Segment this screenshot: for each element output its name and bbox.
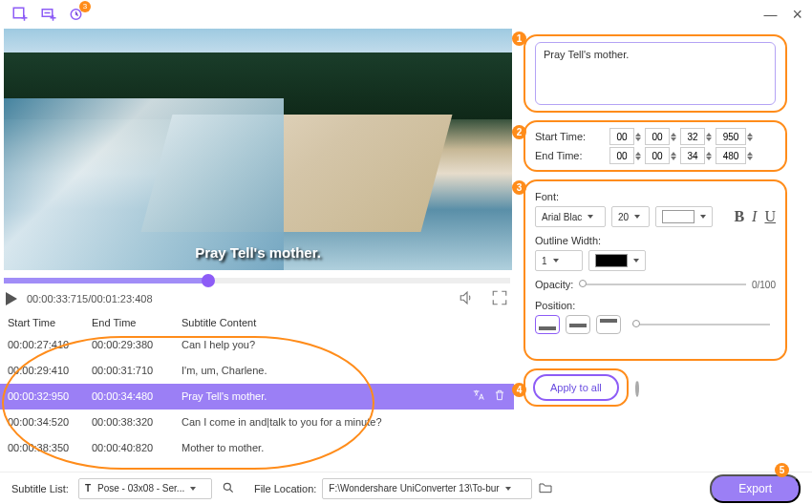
close-button[interactable]: × xyxy=(792,5,802,25)
subtitle-list-header: Start Time End Time Subtitle Content xyxy=(0,311,514,332)
row-end: 00:00:38:320 xyxy=(92,416,182,428)
bottom-bar: Subtitle List: TPose - 03x08 - Ser... Fi… xyxy=(0,472,812,504)
italic-button[interactable]: I xyxy=(752,208,757,225)
chevron-down-icon xyxy=(190,487,196,491)
end-m[interactable] xyxy=(645,147,676,164)
table-row[interactable]: 00:00:27:41000:00:29:380Can I help you? xyxy=(0,332,514,358)
start-m[interactable] xyxy=(645,128,676,145)
position-slider[interactable] xyxy=(632,324,770,326)
opacity-label: Opacity: xyxy=(535,279,573,290)
row-end: 00:00:34:480 xyxy=(92,390,182,402)
end-ms[interactable] xyxy=(716,147,753,164)
opacity-slider[interactable] xyxy=(579,284,746,285)
row-content: Pray Tell's mother. xyxy=(182,390,472,402)
chevron-down-icon xyxy=(588,215,593,219)
time-edit-group: Start Time: End Time: xyxy=(524,120,787,172)
step-badge-5: 5 xyxy=(775,463,789,477)
row-start: 00:00:29:410 xyxy=(8,365,92,376)
font-size-select[interactable]: 20 xyxy=(611,206,650,227)
chevron-down-icon xyxy=(505,487,511,491)
step-badge-4: 4 xyxy=(512,383,526,397)
chevron-down-icon xyxy=(634,215,640,219)
table-row[interactable]: 00:00:29:41000:00:31:710I'm, um, Charlen… xyxy=(0,358,514,384)
start-h[interactable] xyxy=(609,128,641,145)
col-start-header: Start Time xyxy=(8,317,92,328)
delete-icon[interactable] xyxy=(493,388,506,404)
row-start: 00:00:27:410 xyxy=(8,339,92,350)
subtitle-list-label: Subtitle List: xyxy=(11,483,69,494)
step-badge-2: 2 xyxy=(512,125,526,139)
apply-to-all-button[interactable]: Apply to all xyxy=(533,374,619,401)
volume-icon[interactable] xyxy=(459,289,476,309)
minimize-button[interactable]: — xyxy=(763,7,777,22)
position-label: Position: xyxy=(535,300,776,311)
font-select[interactable]: Arial Blac xyxy=(535,206,606,227)
underline-button[interactable]: U xyxy=(764,208,776,225)
end-s[interactable] xyxy=(680,147,712,164)
time-display: 00:00:33:715/00:01:23:408 xyxy=(27,293,153,304)
font-label: Font: xyxy=(535,191,776,202)
subtitle-text-input[interactable]: Pray Tell's mother. xyxy=(535,42,776,105)
row-content: I'm, um, Charlene. xyxy=(182,365,506,376)
font-color-select[interactable] xyxy=(655,206,713,227)
subtitle-list: 00:00:27:41000:00:29:380Can I help you?0… xyxy=(0,332,514,472)
position-bottom[interactable] xyxy=(535,315,560,334)
row-start: 00:00:38:350 xyxy=(8,442,92,453)
row-content: Can I come in and|talk to you for a minu… xyxy=(182,416,506,428)
row-content: Can I help you? xyxy=(182,339,506,350)
start-s[interactable] xyxy=(680,128,712,145)
text-edit-group: Pray Tell's mother. xyxy=(524,34,787,113)
style-group: Font: Arial Blac 20 B I U Outline Width:… xyxy=(524,179,787,361)
start-time-label: Start Time: xyxy=(535,131,606,142)
chevron-down-icon xyxy=(700,215,706,219)
add-media-icon[interactable] xyxy=(10,4,31,25)
row-end: 00:00:31:710 xyxy=(92,365,182,376)
svg-rect-0 xyxy=(13,8,24,18)
row-end: 00:00:29:380 xyxy=(92,339,182,350)
top-toolbar: 3 — × xyxy=(0,0,812,29)
table-row[interactable]: 00:00:34:52000:00:38:320Can I come in an… xyxy=(0,410,514,435)
progress-bar[interactable] xyxy=(4,278,510,284)
row-content: Mother to mother. xyxy=(182,442,506,453)
step-badge-1: 1 xyxy=(512,32,526,46)
position-middle[interactable] xyxy=(566,315,590,334)
table-row[interactable]: 00:00:32:95000:00:34:480Pray Tell's moth… xyxy=(0,384,514,410)
bold-button[interactable]: B xyxy=(734,208,744,225)
svg-point-3 xyxy=(224,483,230,490)
start-ms[interactable] xyxy=(716,128,753,145)
row-start: 00:00:32:950 xyxy=(8,390,92,402)
outline-width-select[interactable]: 1 xyxy=(535,250,583,271)
opacity-value: 0/100 xyxy=(752,280,776,290)
outline-label: Outline Width: xyxy=(535,235,776,246)
chevron-down-icon xyxy=(553,259,559,262)
end-h[interactable] xyxy=(609,147,641,164)
sync-badge: 3 xyxy=(79,1,91,12)
apply-group: Apply to all xyxy=(524,368,629,407)
video-subtitle-overlay: Pray Tell's mother. xyxy=(4,244,512,261)
export-button[interactable]: Export xyxy=(710,474,801,503)
col-end-header: End Time xyxy=(92,317,182,328)
add-subtitle-icon[interactable] xyxy=(38,4,59,25)
subtitle-file-select[interactable]: TPose - 03x08 - Ser... xyxy=(78,478,212,499)
col-content-header: Subtitle Content xyxy=(182,317,506,328)
translate-icon[interactable] xyxy=(472,388,485,404)
reset-icon[interactable] xyxy=(635,380,639,397)
end-time-label: End Time: xyxy=(535,150,606,161)
file-location-label: File Location: xyxy=(254,483,316,494)
chevron-down-icon xyxy=(633,259,639,262)
fullscreen-icon[interactable] xyxy=(491,289,508,309)
play-button[interactable] xyxy=(6,292,17,305)
row-start: 00:00:34:520 xyxy=(8,416,92,428)
table-row[interactable]: 00:00:38:35000:00:40:820Mother to mother… xyxy=(0,435,514,461)
row-end: 00:00:40:820 xyxy=(92,442,182,453)
outline-color-select[interactable] xyxy=(588,250,646,271)
position-top[interactable] xyxy=(596,315,621,334)
video-preview[interactable]: Pray Tell's mother. xyxy=(4,29,512,270)
step-badge-3: 3 xyxy=(512,180,526,195)
open-folder-icon[interactable] xyxy=(538,480,553,497)
sync-icon[interactable]: 3 xyxy=(67,4,88,25)
file-location-select[interactable]: F:\Wondershare UniConverter 13\To-bur xyxy=(322,478,532,499)
search-icon[interactable] xyxy=(222,481,235,496)
